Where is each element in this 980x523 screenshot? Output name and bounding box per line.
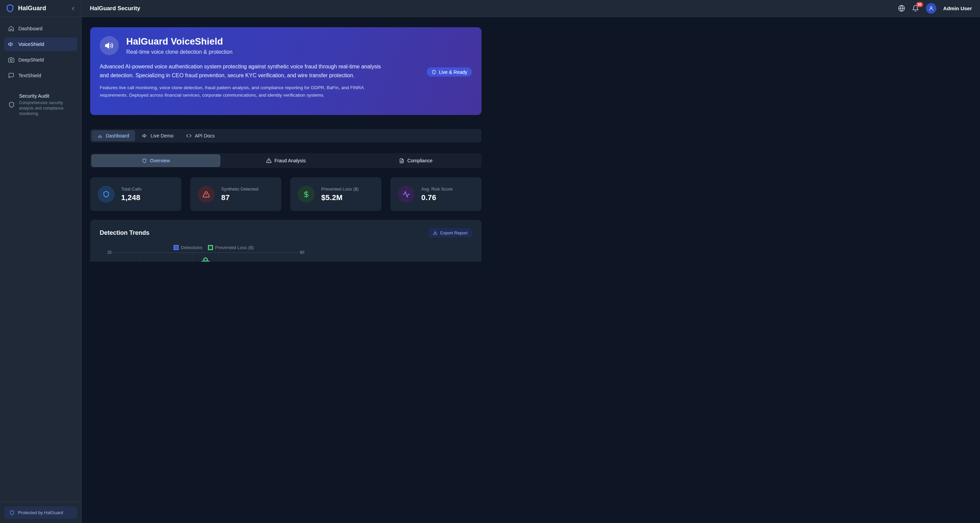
tab-dashboard[interactable]: Dashboard — [92, 130, 135, 141]
segment-compliance[interactable]: Compliance — [352, 154, 480, 167]
sidebar-item-label: TextShield — [18, 73, 41, 78]
stat-value: 1,248 — [121, 193, 142, 202]
left-axis-top-tick: 25 — [105, 250, 113, 255]
stat-value: 87 — [221, 193, 258, 202]
sidebar-header: HalGuard — [0, 0, 81, 17]
app-name: HalGuard — [18, 5, 67, 12]
sidebar-item-security-audit[interactable]: Security Audit Comprehensive security an… — [4, 91, 77, 118]
dollar-icon — [298, 186, 315, 203]
stat-label: Prevented Loss ($) — [321, 186, 359, 192]
legend-detections: Detections — [173, 245, 202, 250]
sidebar-item-label: DeepShield — [18, 57, 44, 63]
stat-avg-risk-score: Avg. Risk Score 0.76 — [390, 177, 482, 211]
shield-icon — [431, 70, 436, 75]
sidebar-item-label: VoiceShield — [18, 41, 44, 47]
sidebar-nav: Dashboard VoiceShield DeepShield TextShi… — [0, 17, 81, 262]
hero-description: Advanced AI-powered voice authentication… — [100, 62, 388, 80]
chart-legend: Detections Prevented Loss ($) — [115, 245, 313, 250]
view-tabs: Dashboard Live Demo API Docs — [90, 129, 482, 143]
code-icon — [186, 133, 192, 138]
sidebar-collapse-button[interactable] — [70, 6, 76, 11]
stat-value: $5.2M — [321, 193, 359, 202]
home-icon — [8, 25, 14, 32]
sidebar-item-dashboard[interactable]: Dashboard — [4, 22, 77, 35]
stat-prevented-loss: Prevented Loss ($) $5.2M — [290, 177, 382, 211]
camera-icon — [8, 57, 14, 63]
section-segments: Overview Fraud Analysis Compliance — [90, 153, 482, 168]
detection-trends-title: Detection Trends — [100, 229, 150, 237]
shield-icon — [98, 186, 115, 203]
hero-features: Features live call monitoring, voice clo… — [100, 84, 385, 99]
legend-prevented-loss: Prevented Loss ($) — [208, 245, 254, 250]
stat-label: Synthetic Detected — [221, 186, 258, 192]
volume-icon — [100, 36, 119, 55]
alert-triangle-icon — [198, 186, 215, 203]
voiceshield-hero-banner: HalGuard VoiceShield Real-time voice clo… — [90, 27, 482, 115]
sidebar-item-voiceshield[interactable]: VoiceShield — [4, 37, 77, 51]
detection-trends-card: Detection Trends Export Report Detection… — [90, 220, 482, 262]
tab-api-docs[interactable]: API Docs — [180, 130, 220, 141]
segment-fraud-analysis[interactable]: Fraud Analysis — [221, 154, 350, 167]
stat-label: Avg. Risk Score — [421, 186, 453, 192]
tab-live-demo[interactable]: Live Demo — [137, 130, 179, 141]
sidebar-audit-description: Comprehensive security analysis and comp… — [19, 100, 72, 116]
shield-icon — [142, 158, 147, 163]
main-content: HalGuard VoiceShield Real-time voice clo… — [82, 0, 490, 262]
download-icon — [433, 231, 438, 235]
status-badge: Live & Ready — [427, 67, 472, 76]
stat-cards: Total Calls 1,248 Synthetic Detected 87 … — [90, 177, 482, 211]
sidebar: HalGuard Dashboard VoiceShield DeepShiel… — [0, 0, 82, 262]
page-title: HalGuard Security — [90, 5, 490, 12]
right-axis-top-tick: 60 — [298, 250, 305, 255]
volume-icon — [8, 41, 14, 47]
stat-label: Total Calls — [121, 186, 142, 192]
activity-icon — [398, 186, 415, 203]
message-icon — [8, 73, 14, 79]
volume-icon — [142, 133, 148, 138]
file-text-icon — [399, 158, 404, 163]
detection-trends-chart: Detections Prevented Loss ($) 25 60 — [105, 245, 313, 262]
stat-value: 0.76 — [421, 193, 453, 202]
hero-subtitle: Real-time voice clone detection & protec… — [126, 49, 232, 55]
top-header: HalGuard Security 50 Admin User — [82, 0, 490, 17]
composed-chart-plot — [113, 253, 298, 262]
detections-swatch — [173, 245, 179, 250]
halguard-logo-shield-icon — [5, 4, 14, 13]
hero-title: HalGuard VoiceShield — [126, 37, 232, 47]
stat-total-calls: Total Calls 1,248 — [90, 177, 181, 211]
bar-chart-icon — [97, 133, 103, 138]
sidebar-item-label: Dashboard — [18, 26, 43, 31]
prevented-loss-swatch — [208, 245, 213, 250]
segment-overview[interactable]: Overview — [92, 154, 220, 167]
export-report-button[interactable]: Export Report — [428, 228, 472, 237]
chevron-left-icon — [70, 6, 76, 11]
shield-icon — [8, 102, 15, 108]
alert-triangle-icon — [266, 158, 272, 163]
stat-synthetic-detected: Synthetic Detected 87 — [190, 177, 282, 211]
sidebar-item-deepshield[interactable]: DeepShield — [4, 53, 77, 67]
sidebar-audit-label: Security Audit — [19, 93, 72, 99]
sidebar-item-textshield[interactable]: TextShield — [4, 69, 77, 82]
